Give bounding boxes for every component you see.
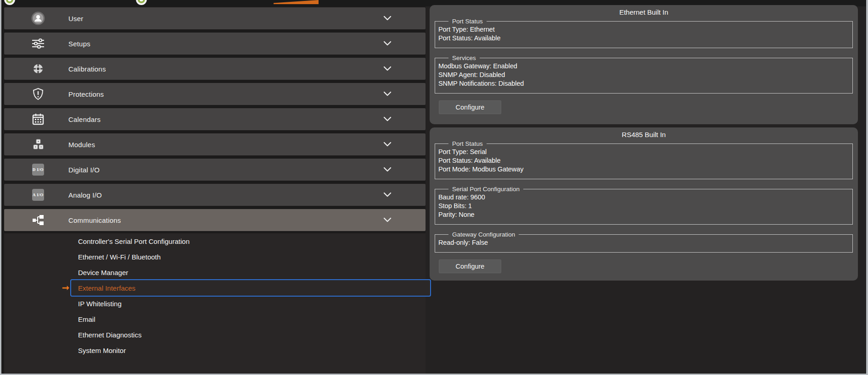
sidebar-item-label: Modules <box>68 141 95 149</box>
port-mode-value: Port Mode: Modbus Gateway <box>438 165 849 174</box>
sidebar-item-digital-io[interactable]: D I/O Digital I/O <box>4 159 426 181</box>
chevron-down-icon[interactable] <box>381 64 393 73</box>
sidebar-item-setups[interactable]: Setups <box>4 33 426 55</box>
rs485-built-in-panel: RS485 Built In Port Status Port Type: Se… <box>430 127 858 281</box>
chevron-down-icon[interactable] <box>381 89 393 99</box>
port-status-fieldset: Port Status Port Type: Ethernet Port Sta… <box>435 18 853 48</box>
app-window: { "colors": { "accent_orange": "#cf6527"… <box>0 0 868 375</box>
sidebar-item-user[interactable]: User <box>4 7 426 29</box>
communications-submenu: Controller's Serial Port Configuration E… <box>4 233 426 374</box>
chevron-down-icon[interactable] <box>381 165 393 174</box>
sidebar-item-analog-io[interactable]: A I/O Analog I/O <box>4 184 426 206</box>
fieldset-legend: Services <box>448 55 480 61</box>
network-icon <box>31 213 45 227</box>
sidebar-item-label: Communications <box>68 216 121 224</box>
fieldset-legend: Gateway Configuration <box>448 231 519 238</box>
fieldset-legend: Port Status <box>448 18 487 25</box>
panel-title: Ethernet Built In <box>430 5 858 16</box>
read-only-value: Read-only: False <box>438 238 849 247</box>
sidebar-item-label: Digital I/O <box>68 166 100 174</box>
configure-rs485-button[interactable]: Configure <box>439 259 501 273</box>
submenu-item-email[interactable]: Email <box>4 312 426 327</box>
sidebar-item-label: Protections <box>68 90 104 98</box>
port-status-fieldset: Port Status Port Type: Serial Port Statu… <box>435 140 853 179</box>
sidebar-item-communications[interactable]: Communications <box>4 209 426 231</box>
chevron-down-icon[interactable] <box>381 115 393 124</box>
fieldset-legend: Serial Port Configuration <box>448 186 523 193</box>
sidebar-item-protections[interactable]: Protections <box>4 83 426 105</box>
calendar-icon <box>31 112 45 126</box>
snmp-notifications-value: SNMP Notifications: Disabled <box>438 79 849 88</box>
gateway-configuration-fieldset: Gateway Configuration Read-only: False <box>435 231 853 253</box>
fieldset-legend: Port Status <box>448 140 487 147</box>
submenu-item-ip-whitelisting[interactable]: IP Whitelisting <box>4 296 426 312</box>
configure-ethernet-button[interactable]: Configure <box>439 100 501 114</box>
sidebar-item-label: Analog I/O <box>68 191 102 199</box>
submenu-item-system-monitor[interactable]: System Monitor <box>4 343 426 358</box>
sidebar-item-modules[interactable]: Modules <box>4 133 426 155</box>
active-item-arrow-icon: ➞ <box>62 282 69 293</box>
sidebar-item-calendars[interactable]: Calendars <box>4 108 426 130</box>
port-type-value: Port Type: Serial <box>438 148 849 156</box>
serial-port-configuration-fieldset: Serial Port Configuration Baud rate: 960… <box>435 186 853 225</box>
sidebar-item-calibrations[interactable]: Calibrations <box>4 58 426 80</box>
chevron-down-icon[interactable] <box>381 14 393 23</box>
gauge-indicator-icon <box>4 0 15 5</box>
chevron-down-icon[interactable] <box>381 39 393 48</box>
chevron-down-icon[interactable] <box>381 215 393 225</box>
needle-wedge-icon <box>274 0 319 4</box>
gauge-indicator-icon <box>136 0 147 5</box>
target-icon <box>31 62 45 76</box>
snmp-agent-value: SNMP Agent: Disabled <box>438 71 849 79</box>
port-status-value: Port Status: Available <box>438 34 849 43</box>
panel-title: RS485 Built In <box>430 127 858 138</box>
baud-rate-value: Baud rate: 9600 <box>438 193 849 202</box>
modbus-gateway-value: Modbus Gateway: Enabled <box>438 62 849 71</box>
port-type-value: Port Type: Ethernet <box>438 25 849 34</box>
submenu-item-ethernet-diagnostics[interactable]: Ethernet Diagnostics <box>4 327 426 343</box>
submenu-item-ethernet-wifi-bluetooth[interactable]: Ethernet / Wi-Fi / Bluetooth <box>4 249 426 265</box>
sidebar-item-label: Calibrations <box>68 65 106 73</box>
submenu-item-external-interfaces[interactable]: ➞ External Interfaces <box>70 279 431 297</box>
sidebar-item-label: User <box>68 15 83 22</box>
shield-alert-icon <box>31 87 45 101</box>
sidebar-item-label: Calendars <box>68 116 101 123</box>
ethernet-built-in-panel: Ethernet Built In Port Status Port Type:… <box>430 5 858 124</box>
parity-value: Parity: None <box>438 210 849 219</box>
sidebar-item-label: Setups <box>68 40 90 48</box>
digital-io-badge-icon: D I/O <box>31 163 45 176</box>
submenu-item-controllers-serial-port-configuration[interactable]: Controller's Serial Port Configuration <box>4 234 426 249</box>
cubes-icon <box>31 138 45 151</box>
chevron-down-icon[interactable] <box>381 140 393 149</box>
sliders-icon <box>31 37 45 50</box>
analog-io-badge-icon: A I/O <box>31 188 45 202</box>
services-fieldset: Services Modbus Gateway: Enabled SNMP Ag… <box>435 55 853 94</box>
submenu-item-device-manager[interactable]: Device Manager <box>4 265 426 281</box>
port-status-value: Port Status: Available <box>438 156 849 165</box>
user-icon <box>31 11 45 25</box>
chevron-down-icon[interactable] <box>381 190 393 199</box>
stop-bits-value: Stop Bits: 1 <box>438 202 849 210</box>
